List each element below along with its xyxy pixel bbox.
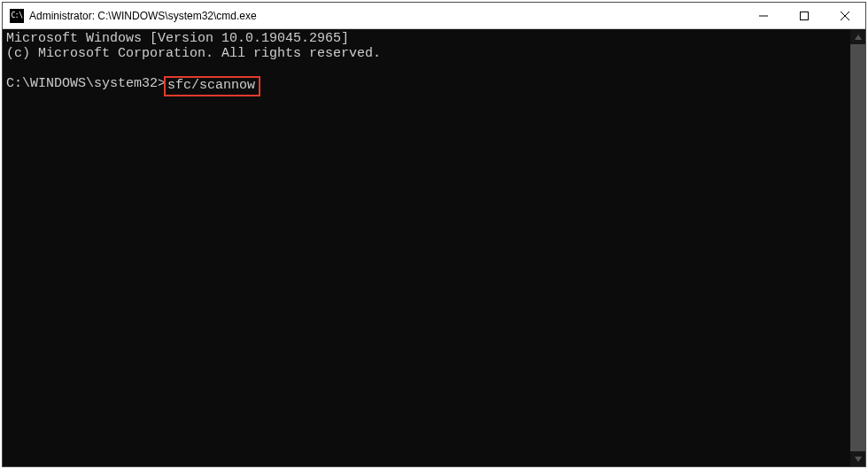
prompt-line: C:\WINDOWS\system32>sfc/scannow: [6, 76, 847, 96]
terminal-content[interactable]: Microsoft Windows [Version 10.0.19045.29…: [3, 29, 850, 466]
close-button[interactable]: [825, 3, 865, 28]
svg-rect-0: [801, 12, 809, 19]
minimize-icon: [759, 12, 768, 20]
maximize-icon: [800, 12, 809, 20]
scrollbar-down-button[interactable]: [850, 451, 865, 466]
cmd-window: C:\ Administrator: C:\WINDOWS\system32\c…: [2, 2, 866, 467]
titlebar[interactable]: C:\ Administrator: C:\WINDOWS\system32\c…: [3, 3, 865, 29]
prompt-text: C:\WINDOWS\system32>: [6, 76, 166, 91]
terminal-blank-line: [6, 61, 847, 76]
cmd-icon: C:\: [10, 9, 24, 23]
window-controls: [743, 3, 865, 28]
scrollbar-thumb[interactable]: [850, 44, 865, 451]
chevron-up-icon: [855, 35, 862, 40]
cmd-icon-text: C:\: [12, 12, 23, 19]
terminal-area: Microsoft Windows [Version 10.0.19045.29…: [3, 29, 865, 466]
terminal-line-copyright: (c) Microsoft Corporation. All rights re…: [6, 46, 847, 61]
chevron-down-icon: [855, 457, 862, 462]
scrollbar-track[interactable]: [850, 44, 865, 451]
minimize-button[interactable]: [743, 3, 784, 28]
scrollbar-up-button[interactable]: [850, 29, 865, 44]
window-title: Administrator: C:\WINDOWS\system32\cmd.e…: [29, 10, 743, 22]
close-icon: [841, 12, 849, 20]
terminal-line-version: Microsoft Windows [Version 10.0.19045.29…: [6, 31, 847, 46]
command-highlight: sfc/scannow: [164, 76, 260, 96]
command-text: sfc/scannow: [167, 78, 255, 93]
scrollbar[interactable]: [850, 29, 865, 466]
maximize-button[interactable]: [784, 3, 825, 28]
